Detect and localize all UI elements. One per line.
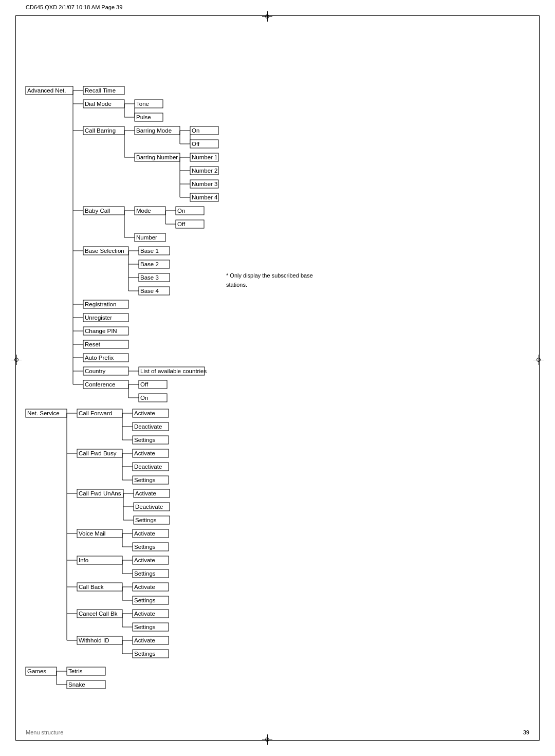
svg-text:On: On: [177, 208, 185, 214]
svg-text:Off: Off: [192, 141, 200, 147]
menu-diagram: .node { font-family: Arial, Helvetica, s…: [26, 41, 529, 709]
svg-text:Settings: Settings: [134, 437, 156, 443]
node-reset: Reset: [83, 340, 128, 348]
svg-text:Tone: Tone: [136, 101, 149, 107]
node-mode: Mode: [135, 207, 165, 215]
node-conference: Conference: [83, 380, 128, 389]
node-list-countries: List of available countries: [139, 367, 207, 375]
svg-text:Reset: Reset: [85, 341, 101, 347]
node-vm-activate: Activate: [133, 529, 169, 538]
node-call-fwd-busy: Call Fwd Busy: [77, 449, 122, 457]
node-cf-deactivate: Deactivate: [133, 422, 169, 431]
node-withhold-id: Withhold ID: [77, 636, 122, 644]
svg-text:stations.: stations.: [226, 282, 247, 288]
svg-text:Call Fwd Busy: Call Fwd Busy: [79, 450, 117, 456]
node-cf-settings: Settings: [133, 436, 169, 444]
svg-text:Call Forward: Call Forward: [79, 410, 112, 416]
svg-text:Settings: Settings: [135, 517, 157, 523]
svg-text:Settings: Settings: [134, 570, 156, 577]
svg-text:Baby Call: Baby Call: [85, 208, 110, 214]
svg-text:Pulse: Pulse: [136, 114, 151, 120]
node-registration: Registration: [83, 300, 128, 308]
node-base2: Base 2: [139, 260, 170, 268]
node-conf-on: On: [139, 394, 167, 402]
svg-text:Activate: Activate: [134, 530, 155, 537]
svg-text:Advanced Net.: Advanced Net.: [27, 87, 66, 94]
svg-text:Deactivate: Deactivate: [135, 504, 163, 510]
svg-text:Country: Country: [85, 368, 106, 374]
svg-text:Number: Number: [136, 234, 157, 241]
node-ccb-settings: Settings: [133, 623, 169, 631]
node-pulse: Pulse: [135, 113, 163, 121]
node-cfu-settings: Settings: [134, 516, 170, 524]
svg-text:Info: Info: [79, 557, 88, 563]
node-advanced-net: Advanced Net.: [26, 86, 73, 95]
node-cf-activate: Activate: [133, 409, 169, 417]
node-tetris: Tetris: [67, 667, 105, 675]
svg-text:Games: Games: [27, 668, 46, 674]
svg-text:Activate: Activate: [134, 557, 155, 563]
node-call-fwd-unans: Call Fwd UnAns: [77, 489, 123, 497]
crosshair-top: [262, 11, 272, 22]
main-content: .node { font-family: Arial, Helvetica, s…: [26, 41, 529, 715]
svg-text:Barring Number: Barring Number: [136, 154, 178, 160]
svg-text:List of available countries: List of available countries: [140, 368, 207, 374]
node-unregister: Unregister: [83, 314, 128, 322]
svg-text:Settings: Settings: [134, 651, 156, 657]
node-snake: Snake: [67, 680, 105, 689]
svg-text:Base Selection: Base Selection: [85, 248, 124, 254]
node-off-baby: Off: [176, 220, 204, 228]
node-on-barring: On: [190, 126, 218, 135]
node-base1: Base 1: [139, 247, 170, 255]
svg-text:Cancel Call Bk: Cancel Call Bk: [79, 611, 118, 617]
node-call-back: Call Back: [77, 583, 122, 591]
svg-text:Call Fwd UnAns: Call Fwd UnAns: [79, 490, 121, 496]
svg-text:Number 1: Number 1: [192, 154, 218, 160]
node-net-service: Net. Service: [26, 409, 67, 417]
border-right: [539, 15, 540, 741]
svg-text:Off: Off: [177, 221, 186, 227]
node-cfu-activate: Activate: [134, 489, 170, 497]
node-barring-number: Barring Number: [135, 153, 180, 161]
node-number2: Number 2: [190, 167, 218, 175]
node-change-pin: Change PIN: [83, 327, 128, 335]
node-cfu-deactivate: Deactivate: [134, 503, 170, 511]
svg-text:On: On: [192, 127, 199, 134]
node-recall-time: Recall Time: [83, 86, 124, 95]
svg-text:* Only display the subscribed : * Only display the subscribed base: [226, 272, 313, 279]
svg-text:Settings: Settings: [134, 544, 156, 550]
node-barring-mode: Barring Mode: [135, 126, 180, 135]
svg-text:Deactivate: Deactivate: [134, 423, 162, 430]
svg-text:Snake: Snake: [68, 681, 85, 688]
node-cb-activate: Activate: [133, 583, 169, 591]
svg-text:Dial Mode: Dial Mode: [85, 101, 112, 107]
svg-text:Activate: Activate: [134, 410, 155, 416]
svg-text:Base 4: Base 4: [140, 288, 159, 294]
svg-text:Settings: Settings: [134, 597, 156, 603]
svg-text:Voice Mail: Voice Mail: [79, 530, 105, 537]
node-dial-mode: Dial Mode: [83, 100, 124, 108]
svg-text:Call Barring: Call Barring: [85, 127, 116, 134]
node-base4: Base 4: [139, 287, 170, 295]
svg-text:Activate: Activate: [134, 637, 155, 643]
svg-text:Number 3: Number 3: [192, 181, 218, 187]
node-cfb-settings: Settings: [133, 476, 169, 484]
node-baby-call: Baby Call: [83, 207, 124, 215]
svg-text:Base 2: Base 2: [140, 261, 159, 267]
node-conf-off: Off: [139, 380, 167, 389]
node-call-barring: Call Barring: [83, 126, 124, 135]
svg-text:Auto Prefix: Auto Prefix: [85, 355, 114, 361]
svg-text:Settings: Settings: [134, 624, 156, 630]
node-info-activate: Activate: [133, 556, 169, 564]
svg-text:Barring Mode: Barring Mode: [136, 127, 172, 134]
svg-text:Unregister: Unregister: [85, 315, 112, 321]
crosshair-left: [11, 355, 22, 365]
node-wid-settings: Settings: [133, 650, 169, 658]
svg-text:Settings: Settings: [134, 477, 156, 483]
node-cfb-activate: Activate: [133, 449, 169, 457]
svg-text:Off: Off: [140, 381, 149, 388]
node-info: Info: [77, 556, 122, 564]
svg-text:Conference: Conference: [85, 381, 115, 388]
node-country: Country: [83, 367, 128, 375]
svg-text:On: On: [140, 395, 148, 401]
